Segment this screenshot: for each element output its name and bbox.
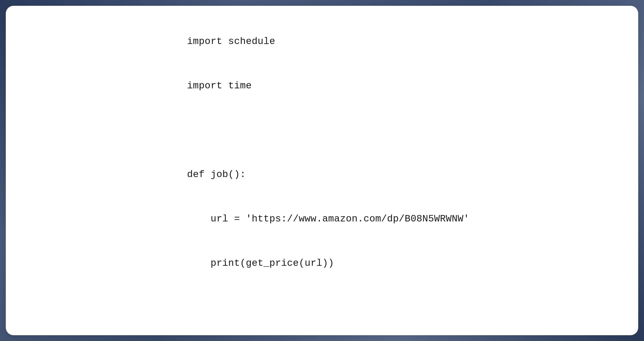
code-block: import schedule import time def job(): u…: [187, 17, 623, 341]
code-line: [187, 125, 623, 135]
code-line: import time: [187, 81, 623, 91]
code-line: print(get_price(url)): [187, 258, 623, 268]
code-line: import schedule: [187, 37, 623, 46]
code-card: import schedule import time def job(): u…: [6, 6, 638, 335]
code-line: [187, 303, 623, 312]
code-line: def job():: [187, 170, 623, 179]
code-line: url = 'https://www.amazon.com/dp/B08N5WR…: [187, 214, 623, 224]
